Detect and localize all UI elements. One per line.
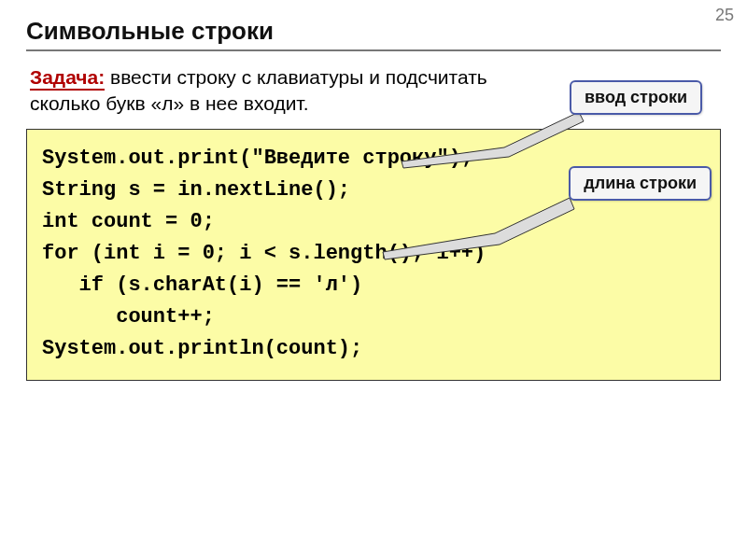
code-line-5: if (s.charAt(i) == 'л') [42, 273, 362, 297]
title-divider [26, 49, 721, 51]
task-label: Задача: [30, 66, 105, 91]
svg-marker-0 [402, 112, 584, 168]
task-text-1: ввести строку с клавиатуры и подсчитать [105, 66, 487, 88]
page-number: 25 [715, 6, 734, 25]
slide-title: Символьные строки [26, 17, 721, 46]
callout-string-length: длина строки [569, 166, 712, 201]
callout-input-string: ввод строки [570, 80, 702, 115]
slide: 25 Символьные строки Задача: ввести стро… [0, 0, 747, 560]
code-line-7: System.out.println(count); [42, 337, 362, 360]
code-line-3: int count = 0; [42, 210, 215, 233]
callout-arrow-icon [374, 196, 588, 271]
code-line-6: count++; [42, 305, 215, 329]
callout-arrow-icon [392, 110, 598, 175]
code-line-2: String s = in.nextLine(); [42, 178, 350, 202]
svg-marker-1 [383, 198, 574, 259]
task-text-2: сколько букв «л» в нее входит. [30, 92, 309, 114]
